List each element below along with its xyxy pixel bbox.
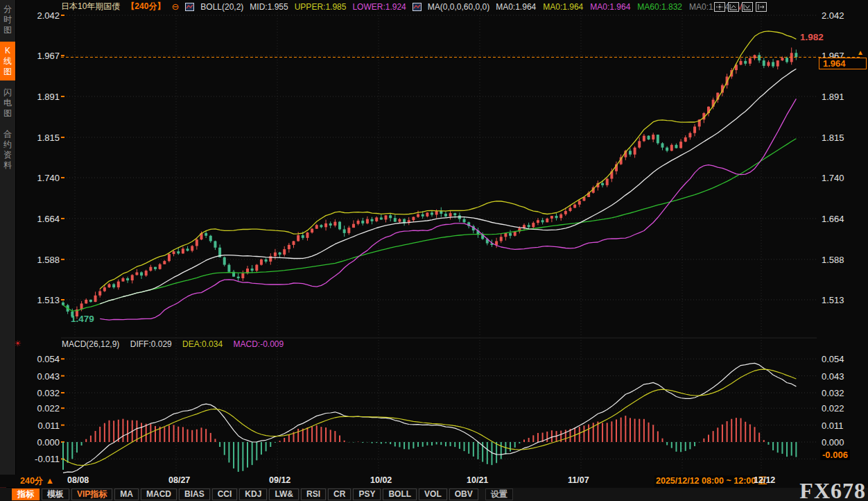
boll-settings-icon[interactable]	[185, 3, 194, 11]
price-tick-label: 1.513	[822, 294, 865, 305]
macd-tick-label: 0.032	[28, 388, 60, 398]
session-range-label: 2025/12/12 08:00 ~ 12:00 五	[654, 475, 768, 487]
toolbar-BOLL[interactable]: BOLL	[383, 489, 417, 500]
toolbar-PSY[interactable]: PSY	[353, 489, 381, 500]
zoom-out-chart-icon[interactable]	[742, 2, 753, 12]
macd-tick-label: 0.054	[822, 354, 865, 364]
macd-diff-label: DIFF:0.029	[130, 339, 172, 349]
sidebar-tab-K线图[interactable]: K线图	[0, 42, 15, 80]
candlestick-chart[interactable]	[61, 12, 868, 479]
toolbar-MACD[interactable]: MACD	[141, 489, 177, 500]
ma-value-label: MA0:1.964	[590, 2, 630, 12]
session-low-label: 1.479	[71, 314, 94, 324]
price-tick-label: 1.513	[28, 294, 60, 305]
toolbar-VIP指标[interactable]: VIP指标	[71, 489, 112, 500]
price-tick-label: 1.664	[822, 213, 865, 223]
boll-upper-label: UPPER:1.985	[295, 2, 347, 12]
last-price-badge: 1.964	[819, 58, 867, 69]
price-tick-label: 1.891	[822, 92, 865, 102]
macd-value-badge: -0.006	[820, 450, 850, 460]
price-tick-label: 2.042	[822, 10, 865, 21]
boll-mid-label: MID:1.955	[250, 2, 288, 12]
time-axis: 240分 ▲ 2025/12/12 08:00 ~ 12:00 五 12/12 …	[0, 475, 868, 487]
sidebar-tab-合约资料[interactable]: 合约资料	[0, 125, 15, 174]
toolbar-LW&[interactable]: LW&	[269, 489, 299, 500]
price-tick-label: 1.815	[28, 132, 60, 142]
macd-tick-label: 0.022	[28, 403, 60, 414]
price-tick-label: 1.891	[28, 92, 60, 102]
sidebar-tab-闪电图[interactable]: 闪电图	[0, 83, 15, 122]
macd-hist-label: MACD:-0.009	[233, 339, 284, 349]
macd-tick-label: 0.043	[822, 371, 865, 381]
macd-legend: MACD(26,12,9) DIFF:0.029 DEA:0.034 MACD:…	[62, 339, 292, 349]
macd-tick-label: 0.000	[822, 437, 865, 448]
macd-tick-label: 0.054	[28, 354, 60, 364]
chart-app: 分时图K线图闪电图合约资料 日本10年期国债 【240分】 ⊖ BOLL(20,…	[0, 0, 868, 501]
instrument-title: 日本10年期国债	[61, 1, 120, 12]
price-arrow-icon: ▲	[857, 49, 864, 56]
price-tick-label: 1.740	[822, 173, 865, 183]
macd-tick-label: -0.011	[28, 454, 60, 464]
indicator-toolbar: 指标模板VIP指标MAMACDBIASCCIKDJLW&RSICRPSYBOLL…	[0, 488, 868, 501]
toolbar-CR[interactable]: CR	[328, 489, 351, 500]
sidebar: 分时图K线图闪电图合约资料	[0, 0, 16, 476]
expand-pane-icon[interactable]	[756, 2, 767, 12]
period-tag[interactable]: 【240分】	[126, 1, 165, 12]
price-tick-label: 1.815	[822, 132, 865, 142]
price-tick-label: 1.588	[28, 254, 60, 264]
toolbar-指标[interactable]: 指标	[12, 489, 40, 500]
date-tick-label: 09/12	[269, 475, 290, 485]
date-tick-label: 10/02	[370, 475, 392, 485]
chart-header: 日本10年期国债 【240分】 ⊖ BOLL(20,2) MID:1.955 U…	[61, 0, 774, 13]
price-tick-label: 1.740	[28, 173, 60, 183]
last-date-label: 12/12	[754, 475, 775, 485]
window-icons	[714, 2, 767, 12]
macd-tick-label: 0.043	[28, 371, 60, 381]
ma-value-label: MA60:1.832	[637, 2, 682, 12]
ma-value-label: MA0:1.964	[543, 2, 583, 12]
price-tick-label: 1.664	[28, 213, 60, 223]
price-tick-label: 1.588	[822, 254, 865, 264]
toolbar-MA[interactable]: MA	[114, 489, 139, 500]
ma-name-label: MA(0,0,0,60,0,0)	[428, 2, 489, 12]
toolbar-模板[interactable]: 模板	[42, 489, 69, 500]
macd-dea-label: DEA:0.034	[182, 339, 223, 349]
macd-tick-label: 0.011	[822, 420, 865, 430]
toolbar-RSI[interactable]: RSI	[301, 489, 326, 500]
toolbar-CCI[interactable]: CCI	[212, 489, 238, 500]
date-tick-label: 11/07	[568, 475, 589, 485]
collapse-icon[interactable]: ⊖	[171, 2, 179, 11]
period-arrow-icon: ▲	[46, 476, 54, 486]
toolbar-OBV[interactable]: OBV	[449, 489, 478, 500]
price-tick-label: 2.042	[28, 10, 60, 21]
toolbar-VOL[interactable]: VOL	[419, 489, 447, 500]
period-selector[interactable]: 240分 ▲	[20, 475, 54, 487]
toolbar-BIAS[interactable]: BIAS	[179, 489, 210, 500]
pan-icon[interactable]	[714, 2, 725, 12]
ma-value-label: MA0:1.964	[496, 2, 536, 12]
macd-tick-label: 0.000	[28, 437, 60, 448]
toolbar-设置[interactable]: 设置	[485, 489, 513, 500]
zoom-in-chart-icon[interactable]	[728, 2, 739, 12]
date-tick-label: 08/27	[168, 475, 190, 485]
boll-lower-label: LOWER:1.924	[352, 2, 406, 12]
macd-tick-label: 0.011	[28, 420, 60, 430]
date-tick-label: 10/21	[467, 475, 488, 485]
session-high-label: 1.982	[800, 32, 824, 42]
ma-settings-icon[interactable]	[413, 3, 422, 11]
sidebar-tab-分时图[interactable]: 分时图	[0, 0, 15, 39]
macd-tick-label: 0.032	[822, 388, 865, 398]
date-tick-label: 08/08	[67, 475, 89, 485]
indicator-alert-icon[interactable]: ☀	[14, 339, 21, 348]
macd-name-label: MACD(26,12,9)	[62, 339, 119, 349]
toolbar-KDJ[interactable]: KDJ	[239, 489, 267, 500]
macd-tick-label: 0.022	[822, 403, 865, 414]
boll-name-label: BOLL(20,2)	[200, 2, 243, 12]
price-tick-label: 1.967	[28, 51, 60, 61]
